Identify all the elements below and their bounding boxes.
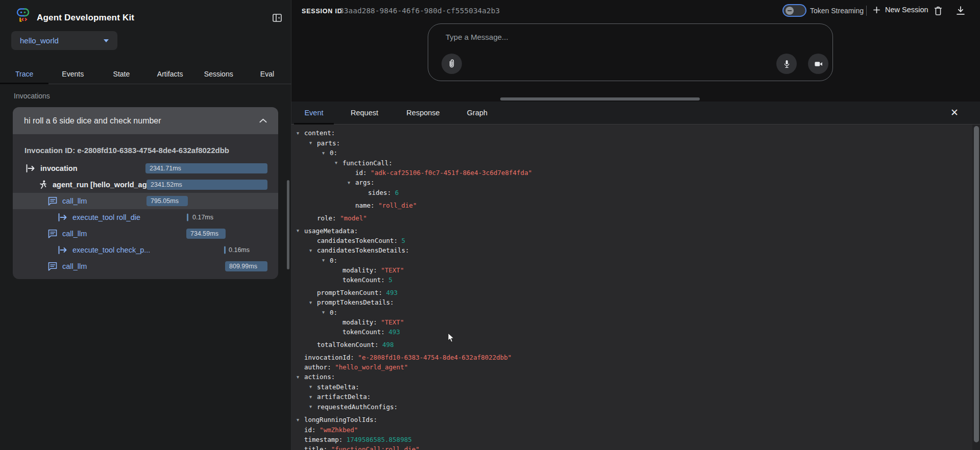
expand-arrow-icon[interactable]: ▼ bbox=[297, 415, 304, 425]
close-detail-button[interactable]: ✕ bbox=[943, 102, 966, 124]
trace-row[interactable]: agent_run [hello_world_agent]2341.52ms bbox=[13, 177, 278, 193]
trace-row[interactable]: execute_tool check_p...0.16ms bbox=[13, 242, 278, 258]
chat-icon bbox=[47, 261, 58, 271]
sidebar-tab-state[interactable]: State bbox=[97, 64, 145, 84]
json-key: modality: bbox=[342, 318, 377, 326]
adk-logo-icon bbox=[15, 8, 32, 23]
new-session-button[interactable]: New Session bbox=[873, 6, 928, 14]
token-streaming-label: Token Streaming bbox=[810, 7, 864, 15]
json-key: functionCall: bbox=[342, 159, 393, 167]
duration-tick bbox=[187, 214, 188, 221]
delete-session-button[interactable] bbox=[933, 5, 944, 16]
token-streaming-toggle[interactable] bbox=[782, 4, 806, 17]
duration-bar: 2341.71ms bbox=[145, 163, 267, 173]
json-key: author: bbox=[304, 363, 331, 371]
expand-arrow-icon[interactable]: ▼ bbox=[322, 308, 330, 317]
expand-arrow-icon[interactable]: ▼ bbox=[297, 226, 304, 236]
json-line: ▼promptTokensDetails: bbox=[309, 297, 972, 308]
json-line: ▼artifactDelta: bbox=[309, 392, 972, 402]
trace-row-label: invocation bbox=[40, 164, 78, 172]
sidebar-tab-artifacts[interactable]: Artifacts bbox=[146, 64, 194, 84]
microphone-button[interactable] bbox=[776, 54, 797, 74]
json-line: candidatesTokenCount: 5 bbox=[309, 236, 972, 245]
json-value: "adk-caf25106-f0c7-451f-86e4-3c6d7e8f4fd… bbox=[367, 169, 532, 177]
json-line: totalTokenCount: 498 bbox=[309, 340, 972, 349]
json-line: ▼candidatesTokensDetails: bbox=[309, 245, 972, 256]
expand-arrow-icon[interactable]: ▼ bbox=[322, 148, 330, 158]
trace-row[interactable]: call_llm734.59ms bbox=[13, 226, 278, 242]
json-key: candidatesTokenCount: bbox=[317, 237, 398, 244]
invocation-title: hi roll a 6 side dice and check number bbox=[24, 116, 161, 126]
trace-row[interactable]: call_llm795.05ms bbox=[13, 193, 278, 209]
expand-arrow-icon[interactable]: ▼ bbox=[309, 138, 317, 148]
expand-arrow-icon[interactable]: ▼ bbox=[309, 246, 317, 256]
sidebar-tab-trace[interactable]: Trace bbox=[0, 64, 48, 84]
camera-button[interactable] bbox=[808, 54, 828, 74]
expand-arrow-icon[interactable]: ▼ bbox=[322, 256, 330, 265]
expand-arrow-icon[interactable]: ▼ bbox=[297, 372, 304, 382]
expand-arrow-icon[interactable]: ▼ bbox=[309, 298, 317, 308]
expand-arrow-icon[interactable]: ▼ bbox=[309, 402, 317, 412]
trace-row-label: agent_run [hello_world_agent] bbox=[53, 181, 160, 189]
detail-tab-graph[interactable]: Graph bbox=[455, 102, 500, 124]
toggle-knob bbox=[786, 7, 794, 15]
arrow-icon bbox=[58, 212, 68, 222]
expand-arrow-icon[interactable]: ▼ bbox=[309, 382, 317, 392]
json-value: "hello_world_agent" bbox=[331, 363, 408, 371]
main-panel: SESSION ID 33aad288-9846-46f6-980d-cf555… bbox=[291, 0, 980, 450]
invocation-card-header[interactable]: hi roll a 6 side dice and check number bbox=[13, 107, 278, 134]
json-line: name: "roll_die" bbox=[348, 201, 972, 210]
json-key: timestamp: bbox=[304, 436, 342, 443]
expand-arrow-icon[interactable]: ▼ bbox=[309, 392, 317, 402]
vertical-scrollbar-track[interactable] bbox=[972, 124, 980, 450]
json-line: ▼functionCall: bbox=[335, 158, 972, 168]
detail-tab-response[interactable]: Response bbox=[399, 102, 448, 124]
trace-row[interactable]: call_llm809.99ms bbox=[13, 258, 278, 274]
export-session-button[interactable] bbox=[955, 5, 966, 16]
attach-file-button[interactable] bbox=[442, 54, 462, 74]
sidebar-tab-events[interactable]: Events bbox=[48, 64, 97, 84]
json-key: totalTokenCount: bbox=[317, 341, 378, 348]
json-line: ▼0: bbox=[322, 308, 972, 318]
json-line: tokenCount: 5 bbox=[335, 275, 972, 285]
app-title: Agent Development Kit bbox=[37, 13, 134, 23]
duration-bar: 795.05ms bbox=[146, 196, 188, 206]
chat-area: Type a Message... bbox=[291, 22, 980, 102]
json-key: promptTokenCount: bbox=[317, 289, 382, 296]
duration-text: 0.16ms bbox=[229, 246, 250, 254]
collapse-sidebar-icon[interactable] bbox=[272, 12, 283, 23]
trace-row[interactable]: execute_tool roll_die0.17ms bbox=[13, 209, 278, 226]
arrow-icon bbox=[58, 245, 68, 255]
plus-icon bbox=[873, 6, 880, 14]
sidebar-tab-eval[interactable]: Eval bbox=[243, 64, 291, 84]
json-line: sides: 6 bbox=[360, 188, 972, 197]
detail-tab-request[interactable]: Request bbox=[342, 102, 387, 124]
json-line: ▼0: bbox=[322, 256, 972, 266]
sidebar-scrollbar[interactable] bbox=[287, 180, 289, 269]
expand-arrow-icon[interactable]: ▼ bbox=[348, 178, 355, 188]
expand-arrow-icon[interactable]: ▼ bbox=[297, 129, 304, 138]
microphone-icon bbox=[782, 59, 792, 69]
json-line: modality: "TEXT" bbox=[335, 317, 972, 327]
json-key: id: bbox=[304, 426, 316, 434]
json-key: tokenCount: bbox=[342, 276, 385, 284]
app-select-dropdown[interactable]: hello_world bbox=[11, 31, 117, 50]
json-key: name: bbox=[355, 202, 375, 209]
invocations-label: Invocations bbox=[14, 92, 50, 100]
detail-tab-event[interactable]: Event bbox=[294, 102, 334, 124]
duration-text: 0.17ms bbox=[192, 214, 213, 221]
vertical-scrollbar-thumb[interactable] bbox=[974, 126, 979, 442]
horizontal-scrollbar[interactable] bbox=[500, 97, 700, 101]
json-key: sides: bbox=[368, 189, 391, 196]
sidebar-tab-sessions[interactable]: Sessions bbox=[194, 64, 243, 84]
invocation-card: hi roll a 6 side dice and check number I… bbox=[13, 107, 278, 279]
invocation-id: Invocation ID: e-2808fd10-6383-4754-8de4… bbox=[24, 146, 229, 155]
expand-arrow-icon[interactable]: ▼ bbox=[335, 158, 342, 168]
trace-row[interactable]: invocation2341.71ms bbox=[13, 160, 278, 177]
json-key: stateDelta: bbox=[317, 383, 359, 391]
json-line: ▼args: bbox=[348, 178, 972, 188]
new-session-label: New Session bbox=[885, 6, 928, 14]
trace-row-label: execute_tool roll_die bbox=[72, 213, 140, 221]
message-input[interactable]: Type a Message... bbox=[428, 23, 833, 81]
chevron-up-icon[interactable] bbox=[259, 118, 267, 123]
